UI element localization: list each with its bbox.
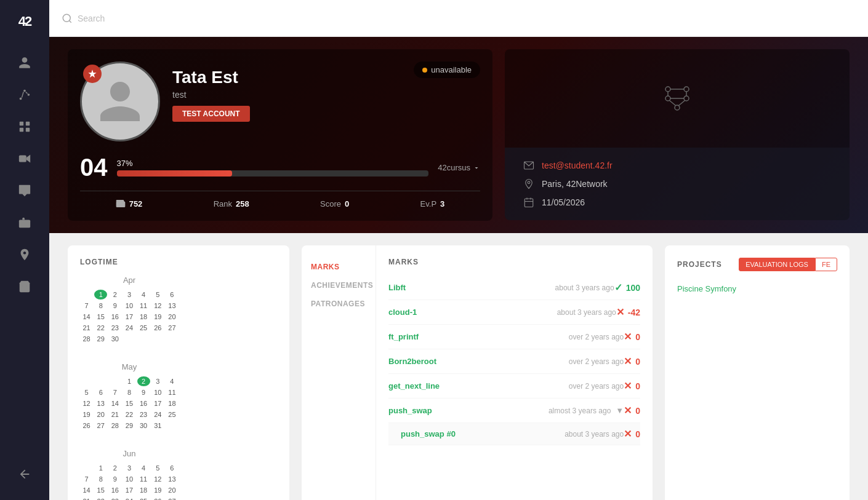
cal-day: 6 (166, 290, 179, 300)
cal-day: 11 (137, 474, 150, 484)
score-value-cloud1: -42 (628, 308, 640, 317)
sidebar-item-cart[interactable] (11, 273, 38, 300)
video-icon (18, 152, 31, 165)
cal-day: 23 (137, 410, 150, 419)
mark-row-getnextline: get_next_line over 2 years ago ✕ 0 (388, 374, 640, 399)
projects-title: PROJECTS (677, 260, 722, 269)
mark-subproject-pushswap0[interactable]: push_swap #0 (401, 429, 560, 438)
projects-header: PROJECTS EVALUATION LOGS FE (677, 258, 837, 271)
cal-day: 16 (108, 312, 121, 322)
project-item-piscine-symfony[interactable]: Piscine Symfony (677, 280, 837, 297)
location-text: Paris, 42Network (542, 179, 608, 189)
mark-row-born2beroot: Born2beroot over 2 years ago ✕ 0 (388, 349, 640, 374)
test-account-button[interactable]: TEST ACCOUNT (172, 106, 250, 122)
tab-fe[interactable]: FE (815, 258, 837, 271)
stats-row: 752 Rank 258 Score 0 Ev.P 3 (80, 191, 480, 208)
cal-day: 25 (137, 496, 150, 500)
cal-day: 7 (108, 387, 121, 397)
work-icon (18, 216, 31, 229)
cal-day: 24 (123, 496, 135, 500)
cal-day: 1 (94, 463, 107, 473)
tabs-sidebar: MARKS ACHIEVEMENTS PATRONAGES (302, 245, 376, 500)
graph-icon (18, 88, 31, 101)
level-section: 04 37% 42cursus (80, 154, 480, 181)
avatar-placeholder (95, 77, 145, 126)
tab-achievements[interactable]: ACHIEVEMENTS (311, 276, 366, 295)
calendar-grid: Apr 1 2 3 4 5 6 7 8 9 10 11 12 (80, 276, 277, 500)
cal-day: 27 (94, 421, 107, 431)
cursus-selector[interactable]: 42cursus (438, 163, 480, 172)
mark-project-ftprintf[interactable]: ft_printf (388, 332, 564, 341)
sidebar-item-work[interactable] (11, 209, 38, 236)
location-icon (18, 248, 31, 261)
tab-marks[interactable]: MARKS (311, 258, 366, 276)
cal-day: 28 (108, 421, 121, 431)
mark-project-getnextline[interactable]: get_next_line (388, 381, 564, 391)
location-pin-icon (523, 178, 534, 189)
info-expiry-row: 11/05/2026 (523, 197, 831, 208)
mark-time-pushswap: almost 3 years ago (549, 407, 611, 415)
email-link[interactable]: test@student.42.fr (542, 161, 613, 170)
cal-day: 24 (123, 323, 135, 333)
month-title-apr: Apr (80, 276, 179, 285)
score-value-getnextline: 0 (635, 381, 640, 391)
sidebar-item-graph[interactable] (11, 81, 38, 108)
svg-rect-6 (26, 122, 30, 125)
sidebar-item-chat[interactable] (11, 177, 38, 204)
mark-project-cloud1[interactable]: cloud-1 (388, 308, 552, 317)
cal-day: 8 (94, 474, 107, 484)
cal-grid-apr: 1 2 3 4 5 6 7 8 9 10 11 12 13 14 (80, 290, 179, 344)
svg-line-14 (69, 20, 71, 22)
person-icon (18, 56, 31, 69)
cross-icon: ✕ (624, 355, 632, 367)
expand-icon[interactable]: ▼ (616, 406, 624, 415)
cal-day (80, 463, 93, 473)
svg-point-13 (63, 14, 70, 22)
subscore-value-pushswap0: 0 (635, 429, 640, 439)
score-value: 0 (345, 199, 349, 208)
mark-score-libft: ✓ 100 (614, 282, 640, 293)
sidebar-item-profile[interactable] (11, 49, 38, 76)
svg-rect-7 (20, 128, 23, 132)
mark-subscore-pushswap0: ✕ 0 (624, 428, 640, 440)
cal-day: 16 (137, 399, 150, 408)
cal-day: 21 (108, 410, 121, 419)
cal-day: 30 (137, 421, 150, 431)
cal-day: 26 (80, 421, 93, 431)
sidebar-item-back[interactable] (11, 461, 38, 488)
score-value-born2beroot: 0 (635, 357, 640, 367)
svg-point-0 (20, 98, 22, 100)
avatar-badge (83, 65, 102, 83)
search-input[interactable] (78, 14, 262, 23)
cal-grid-may: 1 2 3 4 5 6 7 8 9 10 11 12 13 14 (80, 376, 179, 431)
cal-day: 2 (137, 376, 150, 386)
status-badge: unavailable (414, 62, 480, 78)
cal-day: 5 (151, 290, 164, 300)
cal-day (80, 290, 93, 300)
logo[interactable]: 42 (9, 6, 40, 37)
cal-day: 2 (108, 463, 121, 473)
sidebar-item-video[interactable] (11, 145, 38, 172)
tab-patronages[interactable]: PATRONAGES (311, 295, 366, 313)
cal-day: 28 (80, 334, 93, 344)
cal-day: 20 (94, 410, 107, 419)
cal-day: 15 (123, 399, 135, 408)
tab-evaluation-logs[interactable]: EVALUATION LOGS (739, 258, 815, 271)
mark-time-born2beroot: over 2 years ago (569, 357, 624, 366)
cal-day: 14 (108, 399, 121, 408)
sidebar-item-location[interactable] (11, 241, 38, 268)
badge-icon (87, 69, 97, 79)
projects-panel: PROJECTS EVALUATION LOGS FE Piscine Symf… (665, 245, 850, 500)
mark-project-born2beroot[interactable]: Born2beroot (388, 357, 564, 366)
cal-day: 8 (123, 387, 135, 397)
main-content: Tata Est test TEST ACCOUNT unavailable 0… (49, 37, 868, 500)
sidebar-item-projects[interactable] (11, 113, 38, 140)
mark-project-pushswap[interactable]: push_swap (388, 406, 544, 415)
sidebar: 42 (0, 0, 49, 500)
mark-project-libft[interactable]: Libft (388, 283, 550, 292)
cal-grid-jun: 1 2 3 4 5 6 7 8 9 10 11 12 13 14 (80, 463, 179, 500)
status-dot (422, 68, 427, 73)
cal-day: 3 (151, 376, 164, 386)
svg-rect-5 (20, 122, 23, 125)
cal-day: 18 (137, 312, 150, 322)
